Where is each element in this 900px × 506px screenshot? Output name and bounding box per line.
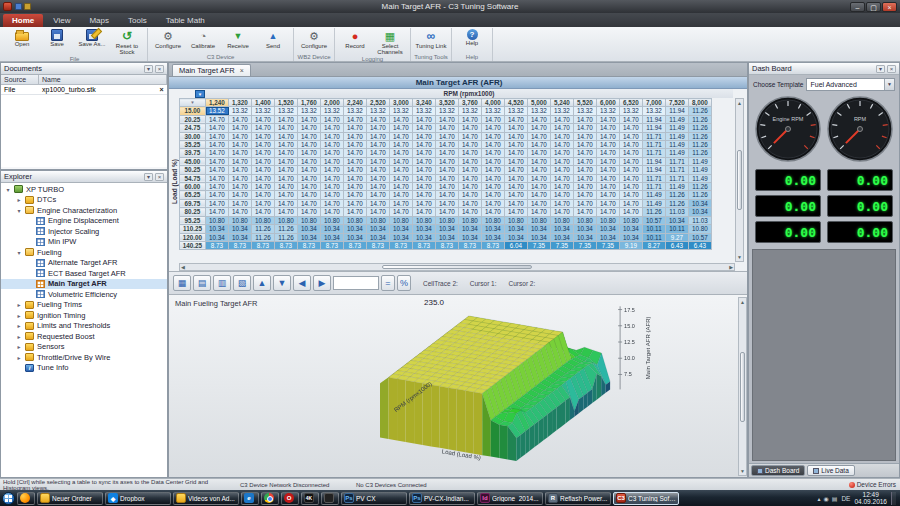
afr-cell[interactable]: 13.32 — [574, 107, 597, 115]
afr-cell[interactable]: 14.70 — [459, 183, 482, 191]
afr-cell[interactable]: 14.70 — [390, 183, 413, 191]
afr-cell[interactable]: 14.70 — [574, 124, 597, 132]
afr-cell[interactable]: 14.70 — [505, 174, 528, 182]
rpm-column-header[interactable]: 3,000 — [390, 99, 413, 107]
afr-cell[interactable]: 14.70 — [390, 141, 413, 149]
afr-cell[interactable]: 8.73 — [252, 241, 275, 249]
afr-cell[interactable]: 14.70 — [252, 124, 275, 132]
afr-cell[interactable]: 10.80 — [344, 216, 367, 224]
afr-cell[interactable]: 10.80 — [413, 216, 436, 224]
afr-cell[interactable]: 6.43 — [689, 241, 712, 249]
scroll-up-icon[interactable]: ▲ — [739, 298, 746, 306]
afr-cell[interactable]: 14.70 — [367, 141, 390, 149]
afr-cell[interactable]: 14.70 — [206, 132, 229, 140]
device-errors-button[interactable]: Device Errors — [849, 481, 896, 488]
afr-cell[interactable]: 11.49 — [666, 183, 689, 191]
expand-icon[interactable]: ▸ — [16, 301, 22, 308]
collapse-icon[interactable]: ▾ — [5, 186, 11, 193]
afr-cell[interactable]: 14.70 — [298, 174, 321, 182]
afr-cell[interactable]: 14.70 — [620, 183, 643, 191]
rpm-column-header[interactable]: 5,520 — [574, 99, 597, 107]
afr-cell[interactable]: 14.70 — [459, 132, 482, 140]
rpm-column-header[interactable]: 6,520 — [620, 99, 643, 107]
afr-cell[interactable]: 14.70 — [229, 132, 252, 140]
afr-cell[interactable]: 8.73 — [413, 241, 436, 249]
afr-cell[interactable]: 14.70 — [436, 157, 459, 165]
afr-cell[interactable]: 10.34 — [551, 225, 574, 233]
template-select[interactable]: Fuel Advanced ▼ — [806, 78, 895, 91]
panel-close-icon[interactable]: × — [887, 65, 896, 73]
explorer-item-dtcs[interactable]: ▸DTCs — [1, 195, 167, 206]
afr-cell[interactable]: 14.70 — [597, 199, 620, 207]
language-indicator[interactable]: DE — [841, 495, 850, 502]
afr-cell[interactable]: 13.52 — [206, 107, 229, 115]
afr-cell[interactable]: 14.70 — [505, 183, 528, 191]
rpm-column-header[interactable]: 5,240 — [551, 99, 574, 107]
afr-cell[interactable]: 14.70 — [367, 183, 390, 191]
afr-cell[interactable]: 8.73 — [298, 241, 321, 249]
afr-cell[interactable]: 11.71 — [666, 166, 689, 174]
rpm-column-header[interactable]: 4,000 — [482, 99, 505, 107]
clock[interactable]: 12:49 04.09.2016 — [854, 491, 887, 505]
explorer-item-injector-scaling[interactable]: Injector Scaling — [1, 226, 167, 237]
rpm-column-header[interactable]: 4,520 — [505, 99, 528, 107]
scroll-up-icon[interactable]: ▲ — [736, 99, 743, 107]
afr-cell[interactable]: 13.32 — [505, 107, 528, 115]
taskbar-item-c3-tuning-soft[interactable]: C3C3 Tuning Soft... — [613, 492, 679, 505]
afr-cell[interactable]: 14.70 — [482, 149, 505, 157]
afr-cell[interactable]: 14.70 — [597, 166, 620, 174]
afr-cell[interactable]: 14.70 — [482, 199, 505, 207]
afr-cell[interactable]: 11.26 — [643, 208, 666, 216]
expand-icon[interactable]: ▸ — [16, 322, 22, 329]
tray-icon-0[interactable]: ▴ — [817, 495, 820, 502]
afr-cell[interactable]: 14.70 — [574, 174, 597, 182]
taskbar-item-4k[interactable]: 4K — [301, 492, 319, 505]
afr-cell[interactable]: 14.70 — [229, 124, 252, 132]
explorer-item-xp-turbo[interactable]: ▾XP TURBO — [1, 184, 167, 195]
afr-cell[interactable]: 10.80 — [505, 216, 528, 224]
afr-cell[interactable]: 11.26 — [689, 124, 712, 132]
afr-cell[interactable]: 14.70 — [367, 124, 390, 132]
afr-cell[interactable]: 14.70 — [229, 141, 252, 149]
afr-cell[interactable]: 11.49 — [666, 141, 689, 149]
afr-cell[interactable]: 10.80 — [551, 216, 574, 224]
afr-cell[interactable]: 14.70 — [390, 174, 413, 182]
rpm-column-header[interactable]: 8,000 — [689, 99, 712, 107]
explorer-item-alternate-target-afr[interactable]: Alternate Target AFR — [1, 258, 167, 269]
dashboard-tab-live-data[interactable]: Live Data — [807, 465, 854, 476]
afr-cell[interactable]: 10.80 — [620, 216, 643, 224]
afr-cell[interactable]: 14.70 — [413, 208, 436, 216]
load-row-header[interactable]: 35.25 — [180, 141, 206, 149]
afr-cell[interactable]: 14.70 — [206, 124, 229, 132]
afr-cell[interactable]: 14.70 — [459, 141, 482, 149]
afr-cell[interactable]: 11.26 — [689, 141, 712, 149]
afr-cell[interactable]: 10.80 — [597, 216, 620, 224]
afr-cell[interactable]: 11.49 — [666, 115, 689, 123]
afr-cell[interactable]: 14.70 — [252, 115, 275, 123]
afr-cell[interactable]: 10.34 — [551, 233, 574, 241]
afr-cell[interactable]: 10.34 — [390, 233, 413, 241]
afr-cell[interactable]: 14.70 — [551, 166, 574, 174]
afr-cell[interactable]: 7.35 — [528, 241, 551, 249]
afr-cell[interactable]: 14.70 — [413, 199, 436, 207]
apply-percent-button[interactable]: % — [397, 275, 411, 291]
shift-right-button[interactable]: ▶ — [313, 275, 331, 291]
afr-cell[interactable]: 8.73 — [390, 241, 413, 249]
afr-cell[interactable]: 14.70 — [574, 141, 597, 149]
fill-row-button[interactable]: ▤ — [193, 275, 211, 291]
afr-cell[interactable]: 14.70 — [620, 124, 643, 132]
table-value-input[interactable] — [333, 276, 379, 290]
afr-cell[interactable]: 14.70 — [321, 183, 344, 191]
afr-cell[interactable]: 14.70 — [505, 141, 528, 149]
ribbon-button-send[interactable]: Send — [256, 28, 290, 53]
afr-cell[interactable]: 14.70 — [482, 141, 505, 149]
rpm-column-header[interactable]: 3,520 — [436, 99, 459, 107]
afr-cell[interactable]: 14.70 — [505, 115, 528, 123]
afr-cell[interactable]: 14.70 — [367, 191, 390, 199]
afr-cell[interactable]: 11.71 — [643, 174, 666, 182]
afr-cell[interactable]: 14.70 — [390, 115, 413, 123]
tab-close-icon[interactable]: × — [240, 67, 244, 74]
load-row-header[interactable]: 80.25 — [180, 208, 206, 216]
afr-cell[interactable]: 14.70 — [505, 191, 528, 199]
afr-cell[interactable]: 11.03 — [689, 216, 712, 224]
